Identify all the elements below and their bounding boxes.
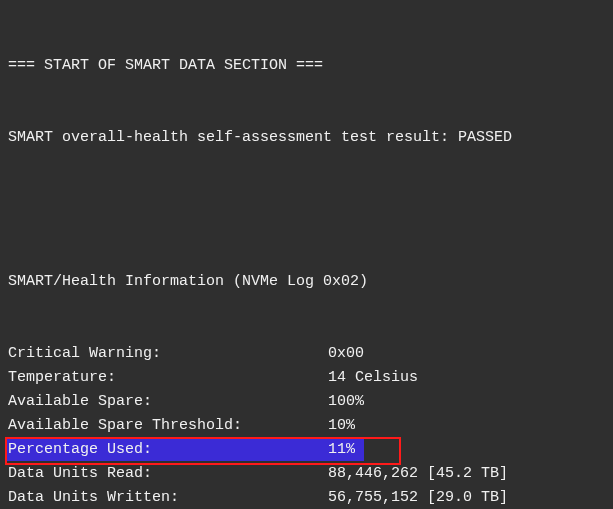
row-value: 11% bbox=[328, 438, 355, 462]
row-label: Data Units Read: bbox=[8, 462, 328, 486]
data-row: Critical Warning:0x00 bbox=[8, 342, 605, 366]
row-value: 10% bbox=[328, 414, 605, 438]
row-label: Temperature: bbox=[8, 366, 328, 390]
section-header: === START OF SMART DATA SECTION === bbox=[8, 54, 605, 78]
row-value: 56,755,152 [29.0 TB] bbox=[328, 486, 605, 509]
row-label: Available Spare: bbox=[8, 390, 328, 414]
data-row: Temperature:14 Celsius bbox=[8, 366, 605, 390]
row-value: 88,446,262 [45.2 TB] bbox=[328, 462, 605, 486]
highlighted-row: Percentage Used:11% bbox=[8, 438, 355, 462]
data-row: Available Spare:100% bbox=[8, 390, 605, 414]
row-label: Critical Warning: bbox=[8, 342, 328, 366]
overall-health-line: SMART overall-health self-assessment tes… bbox=[8, 126, 605, 150]
data-row: Data Units Written:56,755,152 [29.0 TB] bbox=[8, 486, 605, 509]
overall-health-label: SMART overall-health self-assessment tes… bbox=[8, 129, 458, 146]
row-value: 0x00 bbox=[328, 342, 605, 366]
data-row: Percentage Used:11% bbox=[8, 438, 355, 462]
data-row: Available Spare Threshold:10% bbox=[8, 414, 605, 438]
data-row: Data Units Read:88,446,262 [45.2 TB] bbox=[8, 462, 605, 486]
row-label: Percentage Used: bbox=[8, 438, 328, 462]
row-label: Available Spare Threshold: bbox=[8, 414, 328, 438]
info-header: SMART/Health Information (NVMe Log 0x02) bbox=[8, 270, 605, 294]
row-value: 14 Celsius bbox=[328, 366, 605, 390]
row-value: 100% bbox=[328, 390, 605, 414]
terminal-output: === START OF SMART DATA SECTION === SMAR… bbox=[0, 0, 613, 509]
overall-health-value: PASSED bbox=[458, 129, 512, 146]
blank-line bbox=[8, 198, 605, 222]
row-label: Data Units Written: bbox=[8, 486, 328, 509]
